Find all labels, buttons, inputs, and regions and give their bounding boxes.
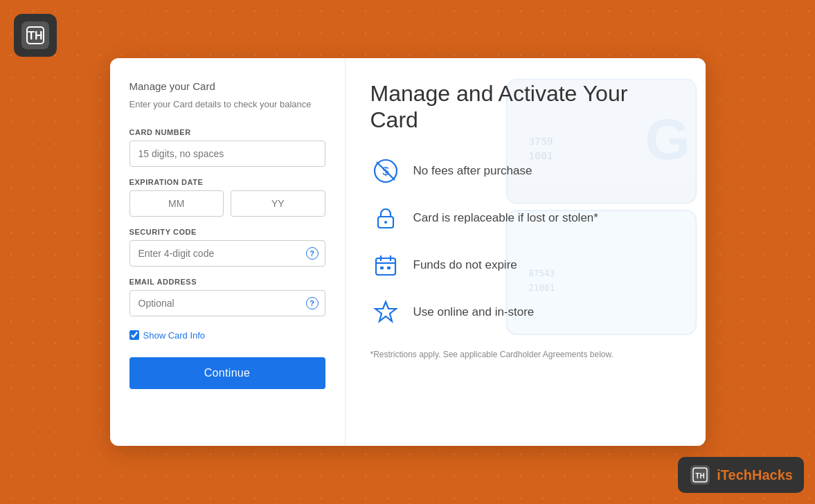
no-fees-text: No fees after purchase (413, 164, 532, 178)
email-wrapper: ? (129, 290, 325, 316)
show-card-label[interactable]: Show Card Info (143, 330, 206, 341)
date-row (129, 190, 325, 217)
feature-no-expire: Funds do not expire (370, 250, 681, 280)
svg-text:TH: TH (28, 30, 42, 42)
no-fees-icon: $ (370, 156, 401, 186)
logo-badge: TH (14, 14, 57, 57)
itech-logo-icon: TH (689, 464, 711, 486)
show-card-checkbox[interactable] (129, 330, 139, 340)
right-panel: G 3759 1001 87543 21001 Manage and Activ… (346, 58, 706, 446)
month-input[interactable] (129, 190, 224, 217)
itech-hacks-badge: TH iTechHacks (678, 457, 804, 493)
logo-icon: TH (21, 21, 49, 49)
section-subtitle: Enter your Card details to check your ba… (129, 98, 325, 111)
continue-button[interactable]: Continue (129, 357, 325, 389)
svg-point-14 (384, 221, 387, 224)
left-panel: Manage your Card Enter your Card details… (110, 58, 346, 446)
security-code-input[interactable] (129, 240, 325, 267)
svg-marker-21 (375, 302, 396, 321)
no-expire-text: Funds do not expire (413, 258, 517, 272)
lock-icon (370, 203, 401, 233)
svg-rect-15 (376, 258, 395, 275)
right-title: Manage and Activate Your Card (370, 80, 681, 134)
replaceable-text: Card is replaceable if lost or stolen* (413, 211, 598, 225)
right-content: Manage and Activate Your Card $ No fees … (370, 80, 681, 359)
feature-no-fees: $ No fees after purchase (370, 156, 681, 186)
calendar-icon (370, 250, 401, 280)
email-label: EMAIL ADDRESS (129, 278, 325, 286)
online-text: Use online and in-store (413, 305, 535, 319)
feature-online: Use online and in-store (370, 297, 681, 327)
star-icon (370, 297, 401, 327)
feature-list: $ No fees after purchase Card (370, 156, 681, 327)
section-title: Manage your Card (129, 80, 325, 92)
security-help-icon[interactable]: ? (306, 247, 319, 260)
svg-rect-19 (380, 267, 384, 269)
card-number-label: CARD NUMBER (129, 128, 325, 136)
main-card: Manage your Card Enter your Card details… (110, 58, 706, 446)
year-input[interactable] (231, 190, 325, 217)
email-input[interactable] (129, 290, 325, 316)
disclaimer-text: *Restrictions apply. See applicable Card… (370, 350, 681, 359)
show-card-row: Show Card Info (129, 330, 325, 341)
svg-text:TH: TH (696, 472, 705, 480)
expiration-date-label: EXPIRATION DATE (129, 178, 325, 186)
feature-replaceable: Card is replaceable if lost or stolen* (370, 203, 681, 233)
security-code-label: SECURITY CODE (129, 228, 325, 236)
itech-badge-label: iTechHacks (717, 467, 793, 483)
svg-rect-20 (387, 267, 391, 269)
email-help-icon[interactable]: ? (306, 297, 319, 309)
security-code-wrapper: ? (129, 240, 325, 267)
card-number-input[interactable] (129, 141, 325, 167)
